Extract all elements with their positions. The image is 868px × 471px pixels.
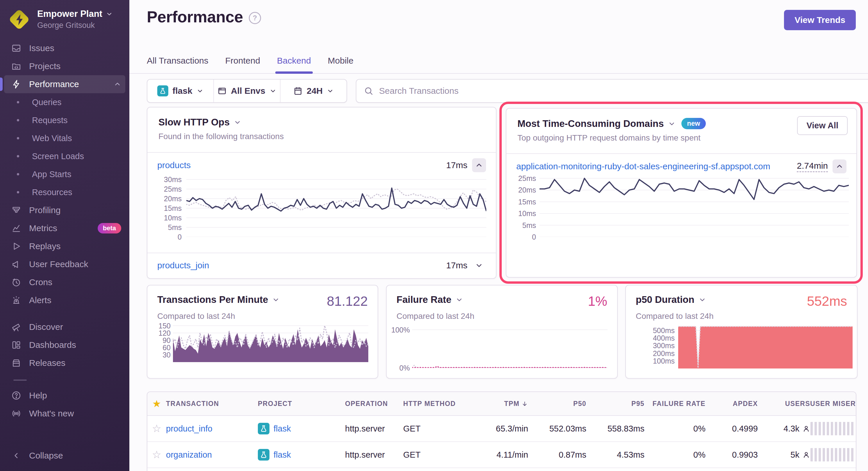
- column-header-failure-rate[interactable]: FAILURE RATE: [645, 400, 706, 408]
- chevron-down-icon[interactable]: [699, 296, 706, 303]
- sidebar-item-help[interactable]: Help: [4, 386, 125, 404]
- search-input[interactable]: [378, 86, 863, 96]
- transaction-link[interactable]: products_join: [157, 261, 209, 270]
- users-cell: 4.3k: [758, 424, 810, 434]
- column-header-http-method[interactable]: HTTP METHOD: [403, 400, 470, 408]
- sidebar-subitem-screen-loads[interactable]: Screen Loads: [4, 147, 125, 165]
- alerts-icon: [10, 295, 22, 305]
- project-filter[interactable]: flask: [147, 79, 213, 102]
- releases-icon: [10, 358, 22, 368]
- users-cell: 5k: [758, 450, 810, 460]
- sort-descending-icon: [521, 400, 528, 407]
- chevron-down-icon[interactable]: [456, 296, 463, 303]
- domains-panel-subtitle: Top outgoing HTTP request domains by tim…: [518, 133, 845, 142]
- p50-cell: 0.87ms: [528, 450, 586, 460]
- column-header-user-misery[interactable]: USER MISERY: [810, 400, 856, 408]
- column-header-p50[interactable]: P50: [528, 400, 586, 408]
- chevron-down-icon[interactable]: [668, 120, 676, 128]
- sidebar-item-projects[interactable]: Projects: [4, 57, 125, 75]
- chevron-down-icon: [106, 10, 113, 18]
- transactions-table: ★TRANSACTIONPROJECTOPERATIONHTTP METHODT…: [147, 392, 856, 471]
- search-box[interactable]: [356, 79, 868, 103]
- sidebar-item-metrics[interactable]: Metricsbeta: [4, 219, 125, 237]
- chevron-down-icon[interactable]: [272, 296, 280, 303]
- sidebar-item-what-s-new[interactable]: What's new: [4, 404, 125, 423]
- sidebar-collapse-button[interactable]: Collapse: [4, 447, 125, 465]
- domains-chart: [539, 175, 849, 237]
- sidebar-subitem-requests[interactable]: Requests: [4, 111, 125, 129]
- star-icon[interactable]: ☆: [152, 423, 161, 435]
- failure-rate-cell: 0%: [645, 424, 706, 434]
- most-time-consuming-domains-panel: Most Time-Consuming Domains new Top outg…: [506, 108, 857, 278]
- flask-project-icon: [157, 86, 168, 96]
- column-header-tpm[interactable]: TPM: [470, 400, 528, 408]
- envwindow-icon: [217, 86, 227, 96]
- page-filter-group: flaskAll Envs24H: [147, 79, 347, 103]
- transaction-link[interactable]: product_info: [166, 424, 213, 433]
- sidebar-item-issues[interactable]: Issues: [4, 39, 125, 57]
- column-header-p95[interactable]: P95: [586, 400, 645, 408]
- collapse-row-button[interactable]: [472, 158, 486, 172]
- chevron-down-icon[interactable]: [234, 119, 241, 126]
- column-header-project[interactable]: PROJECT: [258, 400, 345, 408]
- transaction-link[interactable]: products: [157, 160, 191, 170]
- org-switcher[interactable]: Empower Plant George Gritsouk: [0, 0, 129, 30]
- domains-panel-title: Most Time-Consuming Domains: [518, 118, 664, 129]
- duration-value: 2.74min: [797, 161, 828, 172]
- transaction-link[interactable]: application-monitoring-ruby-dot-sales-en…: [516, 162, 770, 171]
- tab-mobile[interactable]: Mobile: [328, 56, 353, 73]
- bullet-icon: [17, 173, 19, 175]
- sidebar-item-dashboards[interactable]: Dashboards: [4, 336, 125, 354]
- tpm-y-axis: 150120906030: [152, 322, 170, 362]
- star-icon[interactable]: ★: [152, 398, 161, 409]
- column-header-apdex[interactable]: APDEX: [706, 400, 758, 408]
- column-header-operation[interactable]: OPERATION: [345, 400, 403, 408]
- expand-row-button[interactable]: [472, 259, 486, 272]
- tab-frontend[interactable]: Frontend: [225, 56, 260, 73]
- p50-chart: [678, 324, 852, 369]
- search-icon: [364, 86, 373, 96]
- page-title: Performance: [147, 7, 243, 26]
- collapse-row-button[interactable]: [833, 160, 846, 173]
- sidebar-item-crons[interactable]: Crons: [4, 273, 125, 291]
- sidebar-subitem-web-vitals[interactable]: Web Vitals: [4, 129, 125, 147]
- project-link[interactable]: flask: [274, 450, 291, 460]
- star-icon[interactable]: ☆: [152, 449, 161, 461]
- transaction-row-products: products17ms: [147, 153, 496, 178]
- sidebar-item-discover[interactable]: Discover: [4, 318, 125, 336]
- org-logo-icon: [9, 9, 30, 30]
- sidebar-item-replays[interactable]: Replays: [4, 237, 125, 255]
- help-icon[interactable]: ?: [249, 12, 261, 24]
- sidebar-subitem-app-starts[interactable]: App Starts: [4, 165, 125, 183]
- replays-icon: [10, 241, 22, 251]
- sidebar-item-user-feedback[interactable]: User Feedback: [4, 255, 125, 273]
- tab-all-transactions[interactable]: All Transactions: [147, 56, 209, 73]
- collapse-icon: [10, 451, 22, 460]
- date-range-filter[interactable]: 24H: [280, 79, 346, 102]
- transaction-link[interactable]: organization: [166, 450, 212, 459]
- slow-http-ops-subtitle: Found in the following transactions: [158, 132, 485, 141]
- sidebar-item-profiling[interactable]: Profiling: [4, 201, 125, 219]
- failure-subtitle: Compared to last 24h: [397, 311, 617, 321]
- tab-bar: All TransactionsFrontendBackendMobile: [147, 56, 353, 73]
- view-trends-button[interactable]: View Trends: [784, 10, 856, 30]
- sidebar-subitem-resources[interactable]: Resources: [4, 183, 125, 201]
- sidebar-item-releases[interactable]: Releases: [4, 354, 125, 372]
- bullet-icon: [17, 155, 19, 157]
- tab-backend[interactable]: Backend: [277, 56, 311, 73]
- project-link[interactable]: flask: [274, 424, 291, 434]
- sidebar-subitem-queries[interactable]: Queries: [4, 93, 125, 111]
- view-all-button[interactable]: View All: [797, 116, 848, 135]
- p50-title: p50 Duration: [636, 294, 694, 305]
- sidebar-item-alerts[interactable]: Alerts: [4, 291, 125, 309]
- column-header-users[interactable]: USERS: [758, 400, 810, 408]
- dashboards-icon: [10, 340, 22, 350]
- crons-icon: [10, 277, 22, 287]
- sidebar-item-performance[interactable]: Performance: [4, 75, 125, 93]
- org-name: Empower Plant: [37, 9, 102, 19]
- slow_http_products-y-axis: 30ms25ms20ms15ms10ms5ms0: [152, 176, 182, 237]
- p50-cell: 552.03ms: [528, 424, 586, 434]
- column-header-transaction[interactable]: TRANSACTION: [166, 400, 258, 408]
- environment-filter[interactable]: All Envs: [213, 79, 280, 102]
- bullet-icon: [17, 137, 19, 139]
